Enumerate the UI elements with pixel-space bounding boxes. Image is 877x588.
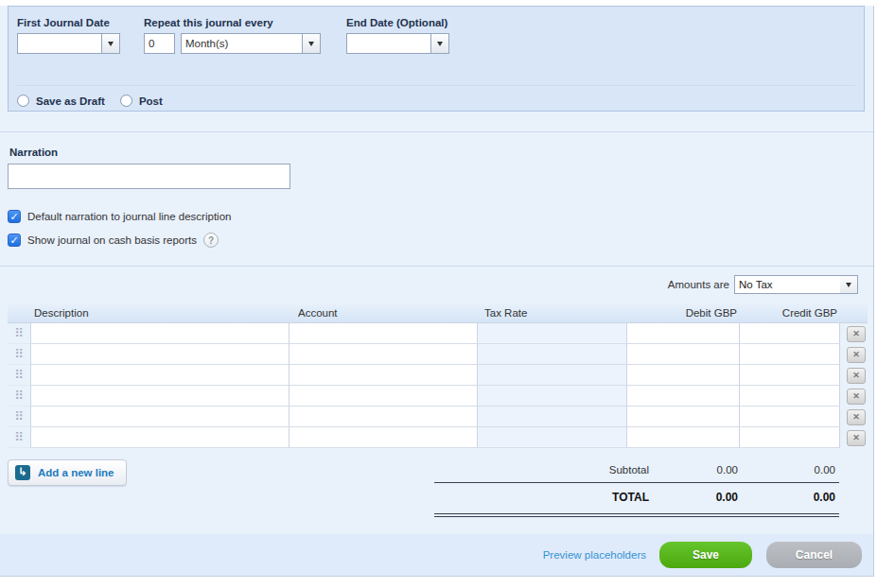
first-journal-date-input[interactable] xyxy=(17,33,102,54)
subtotal-debit-value: 0.00 xyxy=(649,464,739,476)
delete-line-button[interactable]: ✕ xyxy=(847,368,866,384)
repeat-label: Repeat this journal every xyxy=(144,17,321,28)
cash-basis-label: Show journal on cash basis reports xyxy=(27,234,197,246)
divider xyxy=(0,266,873,267)
cash-basis-checkbox[interactable]: ✓ xyxy=(8,233,21,247)
account-cell[interactable] xyxy=(289,323,478,344)
debit-cell[interactable] xyxy=(627,323,740,344)
credit-cell[interactable] xyxy=(740,323,840,344)
journal-line-row: ⠿ ✕ xyxy=(8,365,868,386)
journal-line-row: ⠿ ✕ xyxy=(8,427,868,448)
tax-rate-cell xyxy=(478,365,627,386)
column-header-tax-rate: Tax Rate xyxy=(478,307,627,319)
chevron-down-icon xyxy=(108,42,114,46)
credit-cell[interactable] xyxy=(740,406,840,427)
credit-cell[interactable] xyxy=(740,386,840,406)
repeating-journal-form: First Journal Date Repeat this journal e… xyxy=(0,6,874,577)
save-as-draft-label: Save as Draft xyxy=(36,95,105,107)
description-cell[interactable] xyxy=(30,344,289,365)
account-cell[interactable] xyxy=(289,344,478,365)
add-new-line-button[interactable]: ↳ Add a new line xyxy=(8,459,127,486)
first-journal-date-dropdown-button[interactable] xyxy=(101,33,120,54)
repeat-unit-input[interactable] xyxy=(181,33,303,54)
tax-rate-cell xyxy=(478,344,627,365)
drag-handle-icon[interactable]: ⠿ xyxy=(8,344,30,365)
journal-line-row: ⠿ ✕ xyxy=(8,344,868,365)
end-date-dropdown-button[interactable] xyxy=(430,33,449,54)
column-header-credit: Credit GBP xyxy=(740,307,840,319)
delete-line-button[interactable]: ✕ xyxy=(847,347,866,363)
chevron-down-icon xyxy=(437,42,443,46)
default-narration-label: Default narration to journal line descri… xyxy=(27,211,231,222)
drag-handle-icon[interactable]: ⠿ xyxy=(8,427,30,448)
description-cell[interactable] xyxy=(30,427,289,448)
credit-cell[interactable] xyxy=(740,344,840,365)
tax-rate-cell xyxy=(478,427,627,448)
schedule-panel: First Journal Date Repeat this journal e… xyxy=(8,6,865,112)
post-label: Post xyxy=(139,95,163,107)
description-cell[interactable] xyxy=(30,323,289,344)
total-debit-value: 0.00 xyxy=(649,491,739,504)
footer-bar: Preview placeholders Save Cancel xyxy=(0,534,873,577)
end-date-input[interactable] xyxy=(346,33,431,54)
journal-lines-table: Description Account Tax Rate Debit GBP C… xyxy=(8,303,868,448)
account-cell[interactable] xyxy=(289,386,478,406)
column-header-debit: Debit GBP xyxy=(627,307,740,319)
description-cell[interactable] xyxy=(30,365,289,386)
cancel-button[interactable]: Cancel xyxy=(766,542,862,568)
repeat-group: Repeat this journal every xyxy=(144,17,321,54)
total-label: TOTAL xyxy=(434,491,649,504)
add-line-arrow-icon: ↳ xyxy=(15,465,30,480)
credit-cell[interactable] xyxy=(740,365,840,386)
debit-cell[interactable] xyxy=(627,386,740,406)
drag-handle-icon[interactable]: ⠿ xyxy=(8,365,30,386)
first-journal-date-label: First Journal Date xyxy=(17,17,120,28)
preview-placeholders-link[interactable]: Preview placeholders xyxy=(543,549,646,561)
debit-cell[interactable] xyxy=(627,406,740,427)
delete-line-button[interactable]: ✕ xyxy=(847,326,866,342)
default-narration-checkbox[interactable]: ✓ xyxy=(8,210,21,223)
tax-rate-cell xyxy=(478,406,627,427)
delete-line-button[interactable]: ✕ xyxy=(847,430,866,446)
journal-lines: ⠿ ✕ ⠿ ✕ ⠿ xyxy=(8,322,868,448)
account-cell[interactable] xyxy=(289,406,478,427)
first-journal-date-group: First Journal Date xyxy=(17,17,120,54)
tax-rate-cell xyxy=(478,386,627,406)
repeat-unit-dropdown-button[interactable] xyxy=(302,33,321,54)
add-line-label: Add a new line xyxy=(38,467,114,478)
subtotal-label: Subtotal xyxy=(434,464,649,476)
debit-cell[interactable] xyxy=(627,344,740,365)
drag-handle-icon[interactable]: ⠿ xyxy=(8,406,30,427)
save-button[interactable]: Save xyxy=(659,542,752,568)
credit-cell[interactable] xyxy=(740,427,840,448)
repeat-interval-input[interactable] xyxy=(144,33,175,54)
chevron-down-icon xyxy=(840,276,857,293)
description-cell[interactable] xyxy=(30,406,289,427)
total-credit-value: 0.00 xyxy=(739,491,839,504)
panel-separator xyxy=(17,85,855,86)
account-cell[interactable] xyxy=(289,365,478,386)
divider xyxy=(0,131,873,132)
post-radio[interactable] xyxy=(120,95,132,107)
narration-input[interactable] xyxy=(8,164,290,189)
account-cell[interactable] xyxy=(289,427,478,448)
table-header: Description Account Tax Rate Debit GBP C… xyxy=(8,303,868,322)
debit-cell[interactable] xyxy=(627,365,740,386)
tax-mode-selected-value: No Tax xyxy=(735,279,840,290)
delete-line-button[interactable]: ✕ xyxy=(847,389,866,405)
totals-block: Subtotal 0.00 0.00 TOTAL 0.00 0.00 xyxy=(434,458,839,517)
tax-rate-cell xyxy=(478,323,627,344)
journal-line-row: ⠿ ✕ xyxy=(8,406,868,427)
end-date-group: End Date (Optional) xyxy=(346,17,449,54)
chevron-down-icon xyxy=(308,42,314,46)
help-icon[interactable]: ? xyxy=(203,233,219,248)
tax-mode-select[interactable]: No Tax xyxy=(734,275,858,294)
drag-handle-icon[interactable]: ⠿ xyxy=(8,386,30,406)
debit-cell[interactable] xyxy=(627,427,740,448)
drag-handle-icon[interactable]: ⠿ xyxy=(8,323,30,344)
save-as-draft-radio[interactable] xyxy=(17,95,29,107)
column-header-account: Account xyxy=(289,307,478,319)
delete-line-button[interactable]: ✕ xyxy=(847,409,866,425)
end-date-label: End Date (Optional) xyxy=(346,17,449,28)
description-cell[interactable] xyxy=(30,386,289,406)
